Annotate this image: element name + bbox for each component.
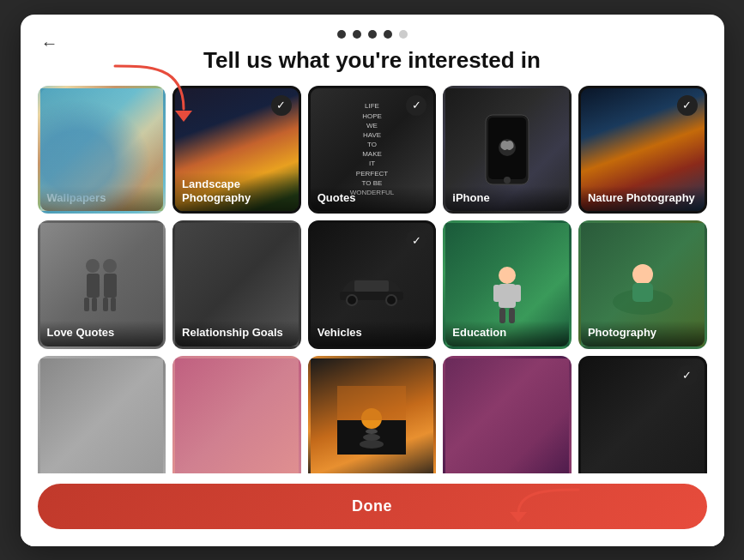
tile-row3-5-check: ✓: [677, 365, 698, 386]
tile-education-label: Education: [445, 321, 569, 346]
svg-point-29: [360, 440, 384, 449]
tile-nature-check: ✓: [677, 95, 698, 116]
modal-title: Tell us what you're interested in: [41, 47, 704, 74]
svg-rect-6: [87, 274, 100, 298]
svg-rect-28: [337, 386, 406, 420]
interests-modal: ← Tell us what you're interested in Wall…: [21, 15, 724, 546]
modal-header: ← Tell us what you're interested in: [21, 15, 724, 86]
tile-row3-2[interactable]: [172, 356, 301, 473]
tile-nature-label: Nature Photography: [581, 186, 705, 212]
tile-wallpapers[interactable]: Wallpapers: [38, 86, 166, 214]
dot-2: [353, 30, 361, 39]
tile-row3-5[interactable]: ✓: [578, 356, 707, 473]
dot-1: [337, 30, 346, 39]
tile-quotes[interactable]: LIFEHOPEWEHAVETOMAKEITPERFECTTO BEWONDER…: [308, 86, 437, 214]
tile-love-quotes[interactable]: Love Quotes: [38, 220, 166, 349]
tile-vehicles-label: Vehicles: [311, 321, 434, 346]
tile-relationship-label: Relationship Goals: [175, 321, 299, 346]
svg-point-17: [499, 267, 516, 284]
svg-point-14: [347, 295, 357, 305]
tile-row3-3[interactable]: [308, 356, 437, 473]
svg-point-30: [363, 434, 380, 441]
svg-rect-20: [514, 285, 521, 302]
tile-iphone-label: iPhone: [445, 186, 569, 212]
svg-point-15: [386, 295, 396, 305]
tile-row3-4[interactable]: [443, 356, 572, 473]
svg-rect-8: [92, 298, 97, 311]
modal-footer: Done: [21, 473, 724, 546]
tile-landscape-photography[interactable]: ✓ Landscape Photography: [172, 86, 301, 214]
svg-rect-11: [103, 298, 108, 311]
dot-5: [399, 30, 408, 39]
done-button[interactable]: Done: [38, 484, 707, 529]
interests-grid-container[interactable]: Wallpapers ✓ Landscape Photography LIFEH…: [21, 86, 724, 473]
tile-quotes-label: Quotes: [311, 186, 434, 212]
tile-photography-label: Photography: [581, 321, 705, 346]
svg-point-5: [86, 259, 100, 273]
svg-rect-18: [499, 284, 516, 308]
svg-rect-19: [493, 285, 500, 302]
svg-point-3: [504, 177, 511, 184]
tile-wallpapers-label: Wallpapers: [40, 186, 164, 212]
tile-row3-1[interactable]: [38, 356, 166, 473]
tile-relationship-goals[interactable]: Relationship Goals: [172, 220, 301, 349]
tile-quotes-check: ✓: [406, 95, 426, 116]
pagination-dots: [41, 30, 704, 39]
svg-point-9: [103, 259, 117, 273]
svg-rect-7: [84, 298, 89, 311]
svg-point-24: [632, 264, 653, 285]
tile-iphone[interactable]: iPhone: [443, 86, 572, 214]
interests-grid: Wallpapers ✓ Landscape Photography LIFEH…: [38, 86, 707, 473]
tile-love-quotes-label: Love Quotes: [40, 321, 164, 346]
svg-rect-10: [104, 274, 117, 298]
tile-nature-photography[interactable]: ✓ Nature Photography: [578, 86, 707, 214]
tile-education[interactable]: Education: [443, 220, 572, 349]
tile-photography[interactable]: Photography: [578, 220, 707, 349]
svg-rect-16: [354, 280, 389, 292]
dot-3: [368, 30, 377, 39]
svg-rect-25: [632, 283, 653, 302]
tile-landscape-check: ✓: [271, 95, 292, 116]
tile-vehicles[interactable]: ✓ Vehicles: [308, 220, 437, 349]
dot-4: [384, 30, 392, 39]
tile-landscape-label: Landscape Photography: [175, 172, 299, 211]
svg-rect-12: [111, 298, 116, 311]
svg-point-31: [366, 429, 378, 434]
